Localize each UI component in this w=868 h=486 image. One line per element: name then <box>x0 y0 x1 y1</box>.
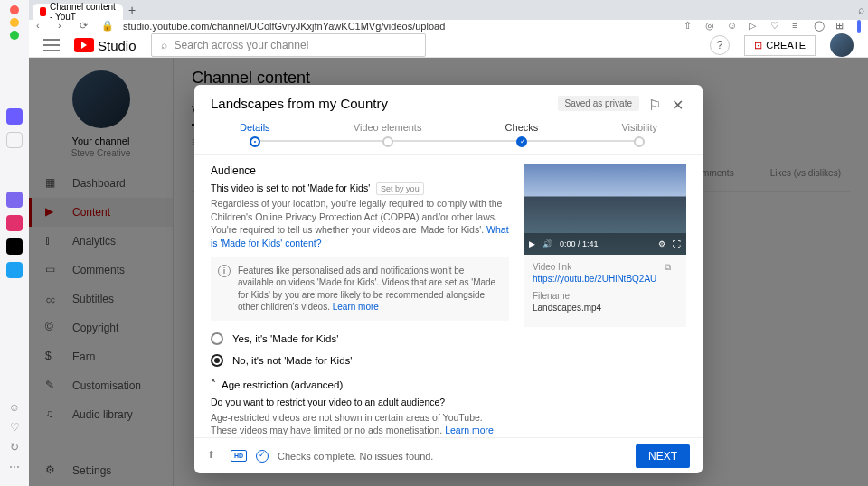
new-tab-button[interactable]: + <box>128 3 136 17</box>
volume-icon[interactable]: 🔊 <box>542 239 552 248</box>
url-field[interactable]: studio.youtube.com/channel/UColfGvryJKxj… <box>123 21 675 32</box>
menu-button[interactable] <box>43 39 60 51</box>
account-icon[interactable] <box>857 20 861 33</box>
gear-icon[interactable]: ⚙ <box>658 239 665 248</box>
tiktok-icon[interactable] <box>6 238 23 255</box>
filename: Landscapes.mp4 <box>533 303 677 313</box>
check-icon <box>256 450 269 463</box>
fullscreen-icon[interactable]: ⛶ <box>673 239 681 248</box>
smile-icon[interactable]: ☺ <box>9 401 20 414</box>
close-icon[interactable]: ✕ <box>672 97 686 111</box>
video-link-label: Video link <box>533 262 656 272</box>
saved-badge: Saved as private <box>558 96 640 111</box>
play-icon[interactable]: ▷ <box>749 20 761 33</box>
audience-status: This video is set to not 'Made for Kids' <box>211 182 370 193</box>
reload-button[interactable]: ⟳ <box>80 20 92 33</box>
search-placeholder: Search across your channel <box>175 39 309 51</box>
chevron-up-icon: ˄ <box>211 379 216 391</box>
radio-made-for-kids-yes[interactable]: Yes, it's 'Made for Kids' <box>211 328 509 350</box>
video-preview[interactable]: ▶ 🔊 0:00 / 1:41 ⚙ ⛶ <box>524 164 686 255</box>
os-app-icon[interactable] <box>6 108 23 125</box>
tab-title: Channel content - YouT <box>50 2 116 22</box>
hd-icon: HD <box>231 450 247 462</box>
search-input[interactable]: ⌕ Search across your channel <box>151 33 426 57</box>
camera-icon[interactable]: ◎ <box>705 20 718 33</box>
search-tabs-icon[interactable]: ⌕ <box>858 4 864 16</box>
forward-button[interactable]: › <box>58 20 71 33</box>
step-details[interactable]: Details <box>240 122 270 147</box>
create-icon: ⊡ <box>754 40 762 51</box>
modal-title: Landscapes from my Country <box>211 96 549 111</box>
youtube-icon <box>74 38 94 52</box>
radio-icon <box>211 332 223 345</box>
play-icon[interactable]: ▶ <box>529 239 535 248</box>
browser-tab[interactable]: Channel content - YouT <box>33 4 123 20</box>
instagram-icon[interactable] <box>6 215 23 231</box>
radio-made-for-kids-no[interactable]: No, it's not 'Made for Kids' <box>211 350 509 371</box>
set-by-you-badge: Set by you <box>376 182 424 195</box>
age-desc: Age-restricted videos are not shown in c… <box>211 412 483 436</box>
twitter-icon[interactable] <box>6 262 23 278</box>
preview-time: 0:00 / 1:41 <box>560 239 599 248</box>
profile-icon[interactable]: ◯ <box>814 20 826 33</box>
age-restriction-toggle[interactable]: ˄ Age restriction (advanced) <box>211 379 509 391</box>
history-icon[interactable]: ↻ <box>10 441 19 453</box>
share-icon[interactable]: ⇧ <box>684 20 696 33</box>
smile-icon[interactable]: ☺ <box>727 20 740 33</box>
lock-icon: 🔒 <box>101 20 114 33</box>
feedback-icon[interactable]: ⚐ <box>648 97 663 111</box>
step-visibility[interactable]: Visibility <box>621 122 657 147</box>
audience-desc: Regardless of your location, you're lega… <box>211 198 502 235</box>
os-app-icon[interactable] <box>6 192 23 208</box>
address-bar: ‹ › ⟳ 🔒 studio.youtube.com/channel/UColf… <box>29 20 868 33</box>
list-icon[interactable]: ≡ <box>792 20 805 33</box>
next-button[interactable]: NEXT <box>636 444 690 468</box>
checks-status: Checks complete. No issues found. <box>278 451 433 462</box>
upload-icon: ⬆ <box>207 449 222 463</box>
create-label: CREATE <box>766 40 806 51</box>
step-checks[interactable]: Checks <box>505 122 539 147</box>
audience-heading: Audience <box>211 164 509 177</box>
youtube-icon <box>40 7 46 16</box>
help-button[interactable]: ? <box>710 35 730 55</box>
more-icon[interactable]: ⋯ <box>9 461 20 473</box>
bookmark-icon[interactable] <box>6 132 23 148</box>
copy-icon[interactable]: ⧉ <box>665 262 677 275</box>
age-learn-more-link[interactable]: Learn more <box>445 425 494 435</box>
back-button[interactable]: ‹ <box>36 20 49 33</box>
avatar[interactable] <box>830 33 854 57</box>
heart-icon[interactable]: ♡ <box>10 421 20 434</box>
create-button[interactable]: ⊡ CREATE <box>744 35 816 56</box>
upload-modal: Landscapes from my Country Saved as priv… <box>194 85 703 473</box>
age-question: Do you want to restrict your video to an… <box>211 397 509 407</box>
modal-overlay: Landscapes from my Country Saved as priv… <box>29 58 868 486</box>
filename-label: Filename <box>533 291 677 301</box>
heart-icon[interactable]: ♡ <box>770 20 783 33</box>
search-icon: ⌕ <box>161 39 167 51</box>
learn-more-link[interactable]: Learn more <box>333 302 379 312</box>
radio-icon <box>211 354 223 367</box>
logo-text: Studio <box>98 38 137 53</box>
extensions-icon[interactable]: ⊞ <box>835 20 848 33</box>
info-icon: i <box>218 265 231 277</box>
video-link[interactable]: https://youtu.be/2UHiNtBQ2AU <box>533 274 656 284</box>
studio-logo[interactable]: Studio <box>74 38 137 53</box>
step-video-elements[interactable]: Video elements <box>354 122 422 147</box>
